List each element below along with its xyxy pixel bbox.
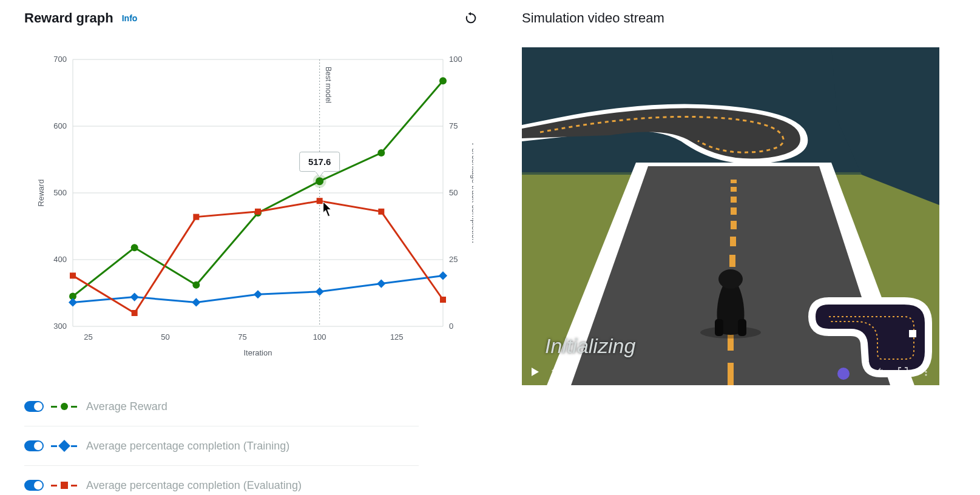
video-player[interactable]: Initializing 16:45 — [522, 47, 939, 387]
svg-rect-43 — [378, 209, 384, 215]
svg-marker-78 — [532, 368, 539, 376]
legend-symbol-pct-training — [51, 440, 79, 451]
svg-text:50: 50 — [161, 332, 169, 342]
svg-text:50: 50 — [449, 188, 458, 197]
legend-symbol-pct-evaluating — [51, 480, 79, 491]
video-menu-button[interactable] — [920, 366, 932, 378]
video-panel-header: Simulation video stream — [522, 6, 968, 30]
fullscreen-icon — [898, 367, 908, 377]
svg-text:500: 500 — [53, 188, 67, 197]
svg-point-82 — [925, 374, 927, 375]
reward-graph-panel: Reward graph Info 3004005006007000255075… — [24, 6, 498, 495]
svg-text:75: 75 — [449, 121, 458, 130]
svg-rect-40 — [193, 214, 199, 220]
svg-point-26 — [192, 281, 200, 289]
svg-rect-31 — [69, 298, 77, 306]
refresh-button[interactable] — [462, 10, 479, 27]
svg-text:600: 600 — [53, 121, 67, 130]
svg-text:Iteration: Iteration — [244, 348, 272, 357]
legend-symbol-average-reward — [51, 401, 79, 412]
svg-text:100: 100 — [449, 55, 462, 64]
svg-text:25: 25 — [84, 332, 92, 342]
video-controls: 16:45 — [522, 357, 939, 387]
volume-button[interactable] — [874, 366, 886, 378]
svg-text:700: 700 — [53, 55, 67, 64]
info-link[interactable]: Info — [122, 13, 138, 23]
reward-chart[interactable]: 3004005006007000255075100255075100125Bes… — [24, 41, 473, 369]
svg-rect-39 — [132, 310, 138, 316]
legend-label: Average percentage completion (Evaluatin… — [86, 479, 302, 492]
svg-text:400: 400 — [53, 255, 67, 264]
legend-label: Average Reward — [86, 400, 167, 413]
svg-marker-79 — [876, 368, 880, 376]
video-panel-title: Simulation video stream — [522, 10, 664, 26]
legend-row-average-reward: Average Reward — [24, 387, 419, 426]
svg-point-29 — [377, 149, 385, 157]
svg-rect-72 — [715, 319, 723, 336]
reward-graph-title: Reward graph — [24, 10, 113, 26]
toggle-pct-evaluating[interactable] — [24, 480, 44, 491]
svg-rect-48 — [316, 171, 324, 172]
legend-label: Average percentage completion (Training) — [86, 440, 289, 453]
svg-rect-76 — [829, 329, 836, 336]
svg-text:100: 100 — [313, 332, 326, 342]
svg-text:517.6: 517.6 — [308, 157, 331, 167]
svg-point-80 — [925, 368, 927, 369]
svg-text:Reward: Reward — [36, 180, 46, 207]
toggle-average-reward[interactable] — [24, 401, 44, 412]
svg-rect-41 — [255, 209, 261, 215]
toggle-pct-training[interactable] — [24, 440, 44, 451]
svg-rect-32 — [130, 293, 139, 301]
legend: Average Reward Average percentage comple… — [24, 387, 419, 495]
svg-rect-42 — [317, 198, 323, 204]
svg-rect-44 — [440, 297, 446, 303]
svg-rect-35 — [316, 288, 324, 296]
play-button[interactable] — [529, 366, 541, 378]
legend-row-pct-training: Average percentage completion (Training) — [24, 426, 419, 466]
svg-rect-36 — [377, 280, 385, 288]
svg-rect-75 — [909, 330, 916, 337]
reward-graph-header: Reward graph Info — [24, 6, 498, 30]
svg-text:75: 75 — [238, 332, 246, 342]
svg-text:25: 25 — [449, 255, 458, 264]
svg-point-30 — [439, 77, 447, 84]
svg-text:125: 125 — [390, 332, 404, 342]
svg-text:Percentage track completion: Percentage track completion — [470, 143, 473, 243]
play-icon — [530, 367, 540, 377]
reward-chart-svg: 3004005006007000255075100255075100125Bes… — [24, 41, 473, 369]
page-root: Reward graph Info 3004005006007000255075… — [0, 0, 980, 495]
legend-row-pct-evaluating: Average percentage completion (Evaluatin… — [24, 466, 419, 495]
svg-rect-38 — [70, 272, 76, 278]
video-progress-bar[interactable] — [522, 385, 939, 387]
svg-text:0: 0 — [449, 322, 453, 331]
volume-icon — [874, 366, 885, 377]
video-status-overlay: Initializing — [545, 334, 635, 358]
svg-point-71 — [718, 269, 743, 289]
video-timestamp: 16:45 — [551, 367, 574, 377]
svg-text:Best model: Best model — [324, 67, 333, 103]
svg-point-25 — [131, 244, 138, 251]
svg-point-81 — [925, 371, 927, 372]
svg-rect-73 — [738, 319, 746, 336]
refresh-icon — [464, 12, 478, 25]
svg-rect-33 — [192, 298, 200, 306]
svg-text:300: 300 — [53, 322, 67, 331]
video-panel: Simulation video stream — [498, 6, 968, 495]
kebab-icon — [921, 367, 931, 377]
fullscreen-button[interactable] — [897, 366, 909, 378]
svg-rect-74 — [856, 297, 863, 305]
svg-rect-34 — [254, 290, 262, 298]
svg-point-46 — [316, 177, 323, 185]
svg-rect-37 — [439, 271, 447, 280]
